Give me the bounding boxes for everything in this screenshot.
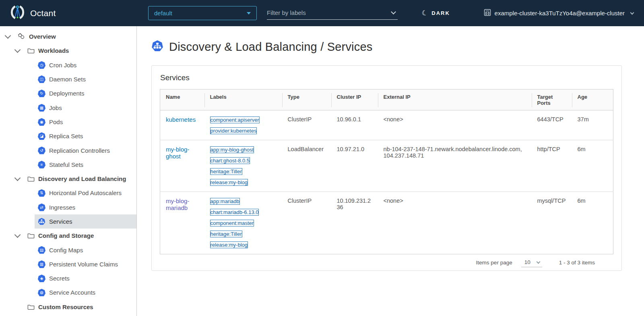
sidebar-item-replication-controllers[interactable]: ↺Replication Controllers — [35, 143, 136, 157]
sidebar-item-stateful-sets[interactable]: ≡Stateful Sets — [35, 158, 136, 172]
sidebar-item-label: Daemon Sets — [49, 76, 86, 83]
sidebar-item-ingresses[interactable]: ⇄Ingresses — [35, 200, 136, 214]
age-cell: 37m — [572, 110, 613, 140]
sidebar-item-label: Replication Controllers — [49, 147, 110, 154]
theme-toggle[interactable]: ☾ DARK — [422, 0, 450, 26]
services-card: Services NameLabelsTypeCluster IPExterna… — [151, 65, 622, 271]
chevron-down-icon — [630, 10, 634, 15]
sidebar-item-service-accounts[interactable]: ◍Service Accounts — [35, 285, 136, 299]
label-pill: provider:kubernetes — [210, 127, 257, 134]
column-header-cluster-ip: Cluster IP — [331, 89, 378, 110]
chevron-down-icon — [536, 260, 540, 264]
sidebar-item-services[interactable]: Services — [35, 214, 136, 229]
sidebar-item-pods[interactable]: ◉Pods — [35, 115, 136, 129]
external-ip-cell: nb-104-237-148-71.newark.nodebalancer.li… — [378, 140, 532, 192]
sidebar-item-label: Config Maps — [49, 247, 83, 254]
ingresses-icon: ⇄ — [38, 204, 45, 211]
config-maps-icon: ▤ — [38, 246, 45, 254]
sidebar-item-discovery-and-load-balancing[interactable]: Discovery and Load Balancing — [0, 172, 136, 186]
main-content: Discovery & Load Balancing / Services Se… — [137, 26, 644, 316]
table-row: my-blog-mariadbapp:mariadbchart:mariadb-… — [160, 192, 613, 254]
folder-icon — [27, 48, 35, 54]
cluster-context-label: example-cluster-ka3TuTzYo4a@example-clus… — [495, 10, 625, 17]
objects-icon — [18, 33, 25, 40]
sidebar-item-daemon-sets[interactable]: ◫Daemon Sets — [35, 72, 136, 86]
sidebar-item-config-maps[interactable]: ▤Config Maps — [35, 243, 136, 257]
sidebar-item-label: Cron Jobs — [49, 62, 76, 69]
folder-icon — [27, 304, 35, 310]
sidebar-item-workloads[interactable]: Workloads — [0, 44, 136, 58]
items-per-page-label: Items per page — [476, 260, 512, 266]
pods-icon: ◉ — [38, 118, 45, 126]
service-name-link[interactable]: my-blog-ghost — [166, 146, 189, 160]
items-per-page-value: 10 — [524, 259, 530, 265]
type-cell: LoadBalancer — [282, 140, 331, 192]
persistent-volume-claims-icon: ▥ — [38, 260, 45, 268]
sidebar-item-persistent-volume-claims[interactable]: ▥Persistent Volume Claims — [35, 257, 136, 271]
sidebar-item-cron-jobs[interactable]: ◷Cron Jobs — [35, 58, 136, 72]
namespace-select-value: default — [154, 10, 172, 17]
brand-name: Octant — [30, 8, 56, 18]
sidebar-item-overview[interactable]: Overview — [0, 29, 136, 44]
external-ip-cell: <none> — [378, 192, 532, 254]
chevron-down-icon[interactable] — [14, 47, 21, 53]
target-ports-cell: http/TCP — [532, 140, 572, 192]
label-pill: heritage:Tiller — [210, 168, 242, 175]
chevron-down-icon[interactable] — [14, 232, 21, 238]
sidebar-item-replica-sets[interactable]: ◪Replica Sets — [35, 129, 136, 143]
label-pill: release:my-blog — [210, 179, 248, 186]
column-header-type: Type — [282, 89, 331, 110]
sidebar-item-label: Stateful Sets — [49, 161, 83, 168]
chevron-down-icon[interactable] — [5, 32, 11, 39]
sidebar-item-label: Config and Storage — [38, 232, 94, 239]
items-per-page-select[interactable]: 10 — [521, 258, 542, 267]
deployments-icon: ↻ — [38, 89, 45, 97]
label-pill: heritage:Tiller — [210, 231, 242, 237]
service-accounts-icon: ◍ — [38, 289, 45, 296]
services-table: NameLabelsTypeCluster IPExternal IPTarge… — [160, 89, 613, 254]
sidebar-item-label: Services — [49, 218, 72, 225]
cluster-icon — [484, 9, 491, 17]
target-ports-cell: 6443/TCP — [532, 110, 572, 140]
table-row: kubernetescomponent:apiserverprovider:ku… — [160, 110, 613, 140]
page-title: Discovery & Load Balancing / Services — [169, 40, 372, 54]
label-filter-input[interactable] — [267, 9, 389, 16]
sidebar-item-label: Deployments — [49, 90, 85, 97]
sidebar-item-jobs[interactable]: ▦Jobs — [35, 100, 136, 114]
sidebar-item-deployments[interactable]: ↻Deployments — [35, 86, 136, 100]
stateful-sets-icon: ≡ — [38, 161, 45, 168]
type-cell: ClusterIP — [282, 192, 331, 254]
sidebar-item-horizontal-pod-autoscalers[interactable]: ⇅Horizontal Pod Autoscalers — [35, 186, 136, 200]
label-pill: chart:mariadb-6.13.0 — [210, 209, 259, 216]
sidebar-item-secrets[interactable]: ◈Secrets — [35, 271, 136, 285]
theme-toggle-label: DARK — [431, 10, 450, 16]
service-name-link[interactable]: kubernetes — [166, 116, 196, 123]
sidebar-item-label: Overview — [29, 33, 56, 40]
namespace-select[interactable]: default — [148, 6, 257, 20]
chevron-down-icon[interactable] — [391, 9, 396, 15]
age-cell: 6m — [572, 140, 613, 192]
page-title-block: Discovery & Load Balancing / Services — [151, 40, 622, 54]
sidebar-item-custom-resources[interactable]: Custom Resources — [0, 300, 136, 314]
label-pill: component:apiserver — [210, 116, 260, 123]
external-ip-cell: <none> — [378, 110, 532, 140]
cluster-context-selector[interactable]: example-cluster-ka3TuTzYo4a@example-clus… — [484, 0, 636, 26]
label-pill: app:mariadb — [210, 198, 240, 205]
table-row: my-blog-ghostapp:my-blog-ghostchart:ghos… — [160, 140, 613, 192]
services-icon — [38, 218, 45, 225]
sidebar-item-config-and-storage[interactable]: Config and Storage — [0, 229, 136, 243]
sidebar-item-label: Horizontal Pod Autoscalers — [49, 189, 122, 196]
chevron-down-icon[interactable] — [14, 175, 21, 181]
label-pills: app:my-blog-ghostchart:ghost-8.0.5herita… — [210, 146, 277, 186]
daemon-sets-icon: ◫ — [38, 75, 45, 83]
sidebar-item-label: Pods — [49, 118, 63, 125]
label-pills: app:mariadbchart:mariadb-6.13.0component… — [210, 198, 277, 248]
column-header-name: Name — [160, 89, 204, 110]
sidebar-item-label: Replica Sets — [49, 133, 83, 139]
label-filter — [267, 6, 398, 20]
sidebar-nav: Overview Workloads◷Cron Jobs◫Daemon Sets… — [0, 26, 137, 316]
sidebar-item-label: Secrets — [49, 275, 70, 282]
pagination-range-text: 1 - 3 of 3 items — [559, 260, 595, 266]
service-name-link[interactable]: my-blog-mariadb — [166, 198, 189, 211]
jobs-icon: ▦ — [38, 104, 45, 112]
